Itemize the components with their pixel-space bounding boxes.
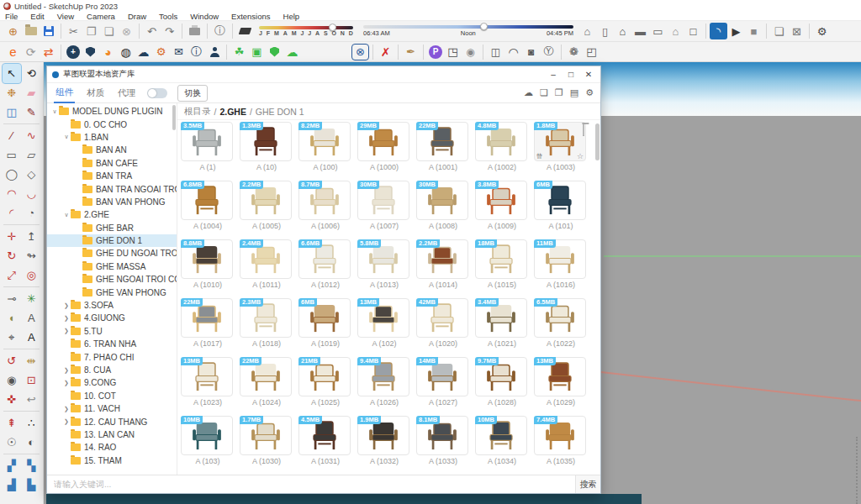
paint-brush-icon[interactable]: ✒ bbox=[402, 44, 420, 60]
asset-card[interactable]: 3.8MB bbox=[475, 181, 527, 220]
axes-tool[interactable]: ✳ bbox=[22, 289, 40, 308]
paint-bucket-tool[interactable]: ❉ bbox=[3, 83, 21, 102]
p-circle-icon[interactable]: P bbox=[427, 44, 444, 60]
tree-item-ghe-don-1[interactable]: GHE DON 1 bbox=[47, 234, 177, 247]
asset-card[interactable]: 5.8MB bbox=[357, 239, 409, 279]
search-input[interactable] bbox=[47, 475, 575, 493]
breadcrumb-item-2[interactable]: GHE DON 1 bbox=[256, 107, 304, 117]
gears-icon[interactable]: ⚙ bbox=[152, 44, 170, 60]
asset-card[interactable]: 8.2MB bbox=[298, 122, 351, 161]
pan-tool[interactable]: ⇹ bbox=[22, 351, 40, 370]
asset-card[interactable]: 3.5MB bbox=[181, 122, 233, 161]
tree-item-15-tham[interactable]: 15. THAM bbox=[47, 454, 177, 467]
tree-item-0-oc-cho[interactable]: 0. OC CHO bbox=[47, 118, 177, 130]
camera-icon[interactable]: ◙ bbox=[522, 44, 540, 60]
tree-item-5-tu[interactable]: ❯5.TU bbox=[47, 325, 177, 338]
asset-card[interactable]: 2.2MB bbox=[240, 181, 292, 220]
asset-card[interactable]: 3.4MB bbox=[475, 298, 527, 338]
tree-item-ghe-ngoai-troi-co[interactable]: GHE NGOAI TROI CO bbox=[47, 273, 177, 286]
rectangle-outline-icon[interactable]: □ bbox=[684, 23, 702, 39]
tab-components[interactable]: 组件 bbox=[54, 83, 75, 103]
play-icon[interactable]: ▶ bbox=[727, 23, 745, 39]
geolocation-house-icon[interactable]: ⌂ bbox=[578, 23, 596, 39]
tree-item-ban-tra[interactable]: BAN TRA bbox=[47, 170, 177, 182]
orbit-tool[interactable]: ↺ bbox=[3, 351, 21, 370]
preferences-gear-icon[interactable]: ⚙ bbox=[813, 23, 831, 39]
active-tool-icon[interactable]: ◝ bbox=[710, 23, 727, 39]
asset-card[interactable]: 13MB bbox=[534, 357, 586, 396]
tree-item-10-cot[interactable]: 10. COT bbox=[47, 390, 177, 402]
menu-draw[interactable]: Draw bbox=[128, 12, 146, 21]
chevron-closed-icon[interactable]: ❯ bbox=[62, 380, 71, 386]
mail-icon[interactable]: ✉ bbox=[170, 44, 188, 60]
switch-button[interactable]: 切换 bbox=[177, 85, 208, 102]
tree-item-6-tran-nha[interactable]: 6. TRAN NHA bbox=[47, 338, 177, 350]
eraser-tool[interactable]: ▰ bbox=[22, 83, 40, 102]
previous-view-tool[interactable]: ↩ bbox=[22, 390, 40, 409]
follow-me-tool[interactable]: ↬ bbox=[22, 246, 40, 265]
look-around-tool[interactable]: ☉ bbox=[3, 433, 21, 452]
asset-card[interactable]: 9.7MB bbox=[475, 357, 527, 396]
tree-item-ghe-van-phong[interactable]: GHE VAN PHONG bbox=[47, 286, 177, 298]
awning-icon[interactable]: ▬ bbox=[631, 23, 649, 39]
user-icon[interactable] bbox=[205, 44, 223, 60]
tree-item-14-rao[interactable]: 14. RAO bbox=[47, 441, 177, 454]
menu-help[interactable]: Help bbox=[283, 12, 300, 21]
plugin-titlebar[interactable]: 草图联盟本地资产库 – □ ✕ bbox=[47, 66, 600, 83]
tree-item-11-vach[interactable]: ❯11. VACH bbox=[47, 402, 177, 415]
tree-scrollbar[interactable] bbox=[172, 105, 176, 130]
tree-item-ban-an[interactable]: BAN AN bbox=[47, 144, 177, 156]
scene-add-icon[interactable]: ❏ bbox=[770, 23, 788, 39]
select-tool[interactable]: ↖ bbox=[3, 64, 21, 83]
asset-card[interactable]: 7.4MB bbox=[534, 416, 586, 455]
info-circle-icon[interactable]: ⓘ bbox=[188, 44, 205, 60]
line-tool[interactable]: ∕ bbox=[3, 126, 21, 145]
exchange-arrows-icon[interactable]: ⇄ bbox=[40, 44, 57, 60]
asset-card[interactable]: 14MB bbox=[416, 357, 468, 396]
chevron-closed-icon[interactable]: ❯ bbox=[62, 367, 71, 374]
scene-remove-icon[interactable]: ⊠ bbox=[788, 23, 806, 39]
two-point-arc-tool[interactable]: ◡ bbox=[22, 184, 40, 203]
rotated-rectangle-tool[interactable]: ▱ bbox=[22, 145, 40, 165]
menu-extensions[interactable]: Extensions bbox=[231, 12, 270, 21]
cut-icon[interactable]: ✂ bbox=[65, 23, 82, 39]
proxy-toggle[interactable] bbox=[147, 88, 167, 98]
favorite-star-icon[interactable]: ☆ bbox=[577, 152, 584, 160]
video-camera-icon[interactable]: ◫ bbox=[487, 44, 504, 60]
tab-materials[interactable]: 材质 bbox=[85, 84, 106, 102]
asset-card[interactable]: 8.1MB bbox=[416, 416, 468, 455]
field-of-view-tool[interactable]: ◐ bbox=[22, 433, 40, 452]
box-outline-icon[interactable]: ◳ bbox=[444, 44, 462, 60]
tree-item-4-giuong[interactable]: ❯4.GIUONG bbox=[47, 312, 177, 324]
cloud-upload-icon[interactable]: ☁ bbox=[135, 44, 152, 60]
new-model-icon[interactable]: ⊕ bbox=[4, 23, 22, 39]
menu-view[interactable]: View bbox=[57, 12, 74, 21]
shadow-dialog-icon[interactable] bbox=[236, 23, 254, 39]
asset-card[interactable]: 2.3MB bbox=[240, 298, 292, 338]
rectangle-tool[interactable]: ▭ bbox=[3, 145, 21, 165]
asset-card[interactable]: 11MB bbox=[534, 239, 586, 279]
copy-icon[interactable]: ❐ bbox=[82, 23, 100, 39]
enscape-logo-icon[interactable]: e bbox=[4, 44, 22, 60]
make-component-tool[interactable]: ◫ bbox=[3, 102, 21, 122]
asset-card[interactable]: 2.4MB bbox=[240, 239, 292, 279]
push-pull-tool[interactable]: ↥ bbox=[22, 227, 40, 246]
tree-item-ghe-bar[interactable]: GHE BAR bbox=[47, 222, 177, 234]
model-info-icon[interactable]: ⓘ bbox=[211, 23, 229, 39]
chevron-closed-icon[interactable]: ❯ bbox=[62, 328, 71, 334]
import-model-icon[interactable]: ❏ bbox=[540, 87, 548, 98]
tree-item-ban-tra-ngoai-tro[interactable]: BAN TRA NGOAI TRO bbox=[47, 182, 177, 195]
protractor-tool[interactable]: ◖ bbox=[3, 308, 21, 328]
time-slider-knob[interactable] bbox=[480, 23, 488, 30]
box-info-icon[interactable]: ◰ bbox=[583, 44, 600, 60]
menu-tools[interactable]: Tools bbox=[159, 12, 177, 21]
asset-card[interactable]: 4.8MB bbox=[475, 122, 527, 161]
asset-card[interactable]: 22MB bbox=[181, 298, 233, 338]
asset-card[interactable]: 10MB bbox=[475, 416, 527, 455]
asset-card[interactable]: 6MB bbox=[534, 181, 586, 220]
dimension-tool[interactable]: ⌖ bbox=[3, 328, 21, 347]
add-folder-icon[interactable]: ❐ bbox=[555, 87, 563, 98]
add-circle-icon[interactable]: + bbox=[65, 44, 82, 60]
asset-card[interactable]: 1.9MB bbox=[357, 416, 409, 455]
tree-item-13-lan-can[interactable]: 13. LAN CAN bbox=[47, 428, 177, 441]
